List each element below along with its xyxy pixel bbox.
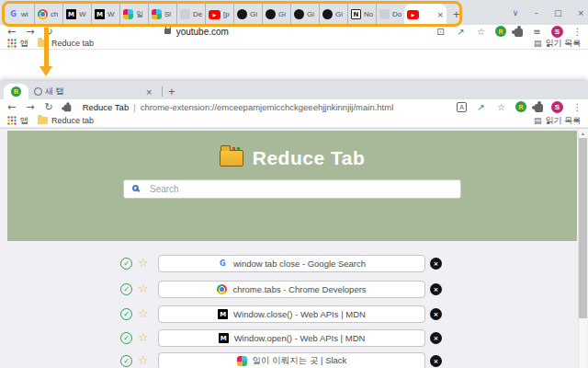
tab-title: Gi <box>307 10 314 18</box>
favorite-star-icon[interactable]: ☆ <box>138 306 149 320</box>
address-bar-url[interactable]: youtube.com <box>176 27 229 37</box>
address-bar[interactable]: Reduce Tab | chrome-extension://emceepam… <box>83 102 394 112</box>
favorite-star-icon[interactable]: ☆ <box>138 282 149 295</box>
saved-tab-favicon <box>218 259 228 269</box>
tab-search-icon[interactable]: ∨ <box>513 8 519 17</box>
translate-icon[interactable]: A <box>457 102 467 112</box>
page-scrollbar[interactable]: ▴ <box>578 129 587 368</box>
send-to-device-icon[interactable]: ⊡ <box>435 27 447 37</box>
apps-grid-icon[interactable] <box>7 39 17 48</box>
favorite-star-icon[interactable]: ☆ <box>138 353 149 367</box>
window-controls: ∨ – □ × <box>513 0 584 25</box>
close-window-icon[interactable]: × <box>577 8 584 17</box>
saved-tab-pill[interactable]: window tab close - Google Search <box>158 255 425 272</box>
browser-tab[interactable]: Sl <box>148 4 176 25</box>
profile-avatar[interactable]: S <box>551 101 563 113</box>
menu-dots-icon[interactable]: ⋮ <box>571 27 583 37</box>
browser-window-front: 새 탭 × + ← → ↻ Reduce Tab | chrome-extens… <box>0 81 588 368</box>
new-tab-button[interactable]: + <box>447 7 466 21</box>
new-tab-button[interactable]: + <box>163 85 181 98</box>
delete-tab-button[interactable]: × <box>430 332 442 344</box>
extension-page: Reduce Tab ✓ ☆ window tab close - Google… <box>0 128 588 368</box>
restore-check-icon[interactable]: ✓ <box>120 355 132 367</box>
browser-tab[interactable]: W <box>91 4 119 25</box>
saved-tab-row: ✓ ☆ 일이 이뤄지는 곳 | Slack × <box>0 352 588 368</box>
search-input[interactable] <box>124 180 460 198</box>
tab-close-icon[interactable]: × <box>145 87 153 97</box>
restore-check-icon[interactable]: ✓ <box>120 308 132 320</box>
saved-tab-pill[interactable]: Window.open() - Web APIs | MDN <box>158 329 425 347</box>
delete-tab-button[interactable]: × <box>430 355 442 367</box>
browser-tab[interactable]: Gi <box>233 4 262 25</box>
saved-tab-pill[interactable]: chrome.tabs - Chrome Developers <box>158 281 425 298</box>
reload-icon[interactable]: ↻ <box>44 101 52 113</box>
browser-tab[interactable]: 새 탭 × <box>28 84 158 99</box>
bookmark-star-icon[interactable]: ☆ <box>495 102 507 112</box>
browser-tab[interactable]: De <box>176 4 205 25</box>
share-icon[interactable]: ↗ <box>475 102 487 112</box>
apps-shortcut[interactable]: 앱 <box>20 115 28 127</box>
saved-tab-title: chrome.tabs - Chrome Developers <box>232 284 366 294</box>
browser-tab[interactable] <box>4 84 28 99</box>
bookmark-folder-icon[interactable] <box>38 117 48 124</box>
browser-tab[interactable]: Gi <box>290 4 319 25</box>
saved-tab-pill[interactable]: 일이 이뤄지는 곳 | Slack <box>158 352 425 368</box>
scrollbar-thumb[interactable] <box>579 138 587 318</box>
browser-tab[interactable]: × <box>404 4 447 25</box>
bookmark-folder-label[interactable]: Reduce tab <box>51 116 94 125</box>
tab-title: [p <box>223 10 230 18</box>
browser-tab[interactable]: 일 <box>119 4 148 25</box>
tab-close-icon[interactable]: × <box>436 10 444 19</box>
back-icon[interactable]: ← <box>7 101 16 113</box>
browser-tab[interactable]: W <box>62 4 91 25</box>
tab-title: wi <box>21 10 28 18</box>
delete-tab-button[interactable]: × <box>430 258 442 270</box>
saved-tab-favicon <box>237 356 247 366</box>
profile-avatar[interactable]: S <box>551 26 563 38</box>
browser-tab[interactable]: No <box>347 4 376 25</box>
tab-favicon <box>123 9 133 19</box>
reading-list-button[interactable]: ▤ 읽기 목록 <box>534 115 581 127</box>
forward-icon[interactable]: → <box>26 101 34 113</box>
search-box <box>123 179 461 199</box>
reduce-tab-extension-icon[interactable]: R <box>495 26 506 37</box>
delete-tab-button[interactable]: × <box>430 283 442 295</box>
browser-tab[interactable]: Gi <box>262 4 290 25</box>
back-icon[interactable]: ← <box>7 26 16 38</box>
forward-icon[interactable]: → <box>26 26 34 38</box>
scroll-up-icon[interactable]: ▴ <box>579 129 587 137</box>
browser-tab[interactable]: Gi <box>319 4 347 25</box>
tab-title: 일 <box>136 9 143 19</box>
browser-tab[interactable]: wi <box>6 4 34 25</box>
restore-check-icon[interactable]: ✓ <box>120 258 132 270</box>
tab-title: Sl <box>164 10 171 18</box>
restore-check-icon[interactable]: ✓ <box>120 332 132 344</box>
restore-check-icon[interactable]: ✓ <box>120 283 132 295</box>
saved-tab-pill[interactable]: Window.close() - Web APIs | MDN <box>158 305 425 323</box>
saved-tab-title: Window.close() - Web APIs | MDN <box>233 309 366 319</box>
apps-shortcut[interactable]: 앱 <box>20 38 28 50</box>
saved-tab-favicon <box>218 309 228 319</box>
reading-list-label: 읽기 목록 <box>545 38 581 50</box>
minimize-icon[interactable]: – <box>534 8 538 17</box>
browser-tab[interactable]: ch <box>34 4 62 25</box>
maximize-icon[interactable]: □ <box>554 8 562 17</box>
apps-grid-icon[interactable] <box>7 116 17 125</box>
reduce-tab-extension-icon[interactable]: R <box>515 101 526 112</box>
favorite-star-icon[interactable]: ☆ <box>138 330 149 344</box>
bookmark-folder-label[interactable]: Reduce tab <box>51 39 94 48</box>
favorite-star-icon[interactable]: ☆ <box>138 256 149 270</box>
menu-dots-icon[interactable]: ⋮ <box>571 102 583 112</box>
browser-tab[interactable]: [p <box>205 4 233 25</box>
reading-list-icon: ▤ <box>534 116 542 125</box>
bookmark-star-icon[interactable]: ☆ <box>475 27 487 37</box>
delete-tab-button[interactable]: × <box>430 308 442 320</box>
share-icon[interactable]: ↗ <box>455 27 467 37</box>
tab-title: No <box>364 10 373 18</box>
tab-list-icon[interactable]: ≡ <box>531 27 543 37</box>
browser-tab[interactable]: Do <box>376 4 404 25</box>
extensions-puzzle-icon[interactable] <box>535 104 543 112</box>
folder-icon <box>220 150 243 167</box>
extensions-puzzle-icon[interactable] <box>514 29 523 37</box>
reading-list-button[interactable]: ▤ 읽기 목록 <box>534 38 581 50</box>
